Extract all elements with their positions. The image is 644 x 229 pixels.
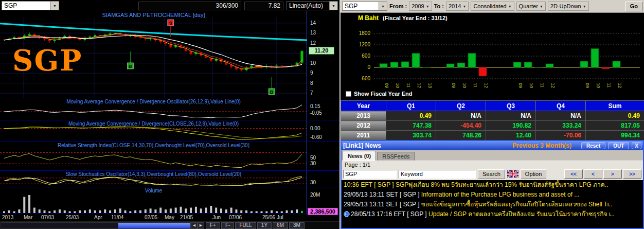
search-button[interactable]: Search (478, 169, 505, 179)
news-item-symbol: [ SGP ] (374, 181, 396, 188)
chart-range-button-3m[interactable]: 3M (289, 222, 305, 229)
indicator-title: Relative Strength Index(CLOSE,14,30,70),… (0, 143, 307, 148)
right-arrow-icon: ▶ (200, 223, 202, 227)
macd-panel: Moving Average Convergence / Divergence(… (0, 120, 339, 142)
column-header: Q3 (486, 101, 536, 111)
scroll-right-button[interactable]: ▶ (198, 222, 204, 229)
close-button[interactable]: X (632, 142, 641, 149)
news-item-symbol: [ SGP ] (400, 201, 421, 208)
value-cell: N/A (486, 111, 536, 121)
svg-text:09: 09 (451, 83, 456, 88)
value-cell: 12.40 (486, 131, 536, 140)
svg-text:09: 09 (585, 83, 590, 88)
news-item-headline: SGPพุ่งเกือบ 8% พบ 5วันทะยานแล้วกว่า 15%… (396, 181, 609, 188)
svg-text:S: S (169, 21, 172, 26)
page-prev-button[interactable]: < (584, 169, 602, 179)
chart-style-dropdown[interactable]: 2D-UpDown ▼ (548, 2, 589, 11)
unit-label: M Baht (358, 14, 379, 22)
quarterly-bar-chart[interactable]: 180012006000-600091011121309101112091011… (341, 13, 644, 100)
volume-readout: 2,386,500 (308, 208, 338, 215)
checkbox-icon[interactable] (346, 91, 351, 97)
svg-text:11: 11 (540, 83, 545, 87)
svg-text:11: 11 (606, 83, 612, 87)
news-item-source: SET (386, 191, 400, 198)
news-item-symbol: [ SGP ] (400, 191, 421, 198)
x-axis-label: Jul (277, 215, 283, 220)
chart-title: SIAMGAS AND PETROCHEMICAL [day] (0, 12, 307, 18)
symbol-input[interactable] (343, 170, 397, 179)
fin-table-row[interactable]: 20130.49N/AN/AN/A0.49 (341, 111, 644, 121)
symbol-combobox[interactable]: SGP ▼ (342, 2, 387, 11)
chart-scrollbar[interactable] (1, 222, 191, 229)
keyword-input[interactable] (399, 170, 476, 179)
symbol-combobox[interactable]: SGP ▼ (2, 1, 59, 10)
news-item[interactable]: 29/05/13 13:11 SET [ SGP ] ขอแจ้งข้อมูลก… (342, 200, 643, 209)
svg-text:12: 12 (550, 83, 556, 88)
price-chart-panel: SGP SIAMGAS AND PETROCHEMICAL [day] BSB … (0, 11, 339, 98)
last-price-tag: 11.20 (309, 47, 334, 55)
news-list: 10:36 EFT [ SGP ] SGPพุ่งเกือบ 8% พบ 5วั… (342, 180, 643, 228)
indicator-axis-label: 20M (310, 192, 320, 198)
value-cell: 303.74 (386, 131, 436, 140)
x-axis-label: Apr (94, 215, 102, 220)
fin-table-row[interactable]: 2011303.74748.2612.40-70.06994.34 (341, 131, 644, 140)
value-cell: 333.24 (536, 121, 586, 131)
chart-range-button-6m[interactable]: 6M (273, 222, 288, 229)
chart-range-button-f[interactable]: F- (221, 222, 234, 229)
column-header: Year (341, 101, 386, 111)
svg-text:12: 12 (417, 83, 422, 88)
year-cell: 2013 (341, 111, 386, 121)
fiscal-year-end-checkbox[interactable]: Show Fiscal Year End (346, 91, 413, 97)
chart-range-button-1y[interactable]: 1Y (257, 222, 272, 229)
period-dropdown[interactable]: Quarter ▼ (516, 2, 546, 11)
svg-text:1200: 1200 (359, 42, 371, 47)
page-next-button[interactable]: > (603, 169, 622, 179)
news-item[interactable]: 28/05/13 17:16 EFT [ SGP ] Update / SGP … (342, 209, 643, 219)
scrollbar-thumb[interactable] (118, 223, 190, 228)
svg-text:13: 13 (427, 83, 433, 88)
indicator-axis-label: 30 (310, 180, 316, 185)
news-item-symbol: [ SGP ] (407, 210, 428, 218)
statement-basis-dropdown[interactable]: Consolidated ▼ (471, 2, 514, 11)
news-item-headline: ขอแจ้งข้อมูลการซื้อหุ้นทรัพย์และธุรกิจแก… (421, 201, 612, 208)
to-year-dropdown[interactable]: 2014 ▼ (446, 2, 469, 11)
chart-header: M Baht (Fiscal Year End : 31/12) (358, 14, 448, 22)
news-item[interactable]: 10:36 EFT [ SGP ] SGPพุ่งเกือบ 8% พบ 5วั… (342, 180, 643, 190)
from-year-dropdown[interactable]: 2009 ▼ (409, 2, 432, 11)
stochastics-panel: Slow Stochastics Oscillator(14,3,3),Over… (0, 170, 339, 187)
chart-range-button-full[interactable]: FULL (235, 222, 256, 229)
news-item-source: EFT (393, 210, 407, 218)
rsi-panel: Relative Strength Index(CLOSE,14,30,70),… (0, 142, 339, 170)
out-button[interactable]: OUT (608, 142, 629, 149)
page-last-button[interactable]: >> (623, 169, 641, 179)
time-axis: 2013Mar07/0325/03Apr11/0402/05May21/05Ju… (0, 214, 339, 221)
news-window: [Link1] News Previous 3 Month(s) Reset O… (341, 140, 644, 229)
reset-button[interactable]: Reset (581, 142, 605, 149)
chevron-down-icon[interactable]: ▼ (329, 2, 337, 10)
go-button[interactable]: Go (625, 2, 642, 11)
chevron-down-icon: ▼ (426, 5, 430, 8)
chart-range-button-f[interactable]: F+ (206, 222, 220, 229)
left-arrow-icon: ◀ (193, 223, 195, 227)
option-button[interactable]: Option (521, 169, 546, 179)
from-label: From : (389, 3, 407, 9)
uk-flag-icon[interactable] (507, 170, 518, 178)
svg-text:1800: 1800 (359, 30, 371, 36)
scroll-left-button[interactable]: ◀ (191, 222, 198, 229)
fin-table-row[interactable]: 2012747.38-454.40190.82333.24817.05 (341, 121, 644, 131)
value-cell: 994.34 (586, 131, 644, 140)
price-axis-label: 14 (310, 20, 316, 26)
news-titlebar: [Link1] News Previous 3 Month(s) Reset O… (342, 141, 643, 150)
symbol-value: SGP (343, 2, 379, 10)
tab-news[interactable]: News (0) (343, 151, 376, 161)
news-item-date: 10:36 (344, 181, 361, 188)
chevron-down-icon[interactable]: ▼ (50, 2, 59, 10)
chart-bottom-toolbar: ◀ ▶ F+F-FULL1Y6M3M (0, 221, 339, 229)
tab-rssfeeds[interactable]: RSSFeeds (377, 152, 415, 161)
news-item[interactable]: 29/05/13 13:11 SET [ SGP ] Information o… (342, 190, 643, 200)
page-first-button[interactable]: << (564, 169, 583, 179)
scale-mode-combobox[interactable]: Linear(Auto) ▼ (287, 1, 338, 10)
year-cell: 2011 (341, 131, 386, 140)
chart-style-value: 2D-UpDown (550, 3, 581, 9)
chevron-down-icon[interactable]: ▼ (379, 2, 387, 10)
